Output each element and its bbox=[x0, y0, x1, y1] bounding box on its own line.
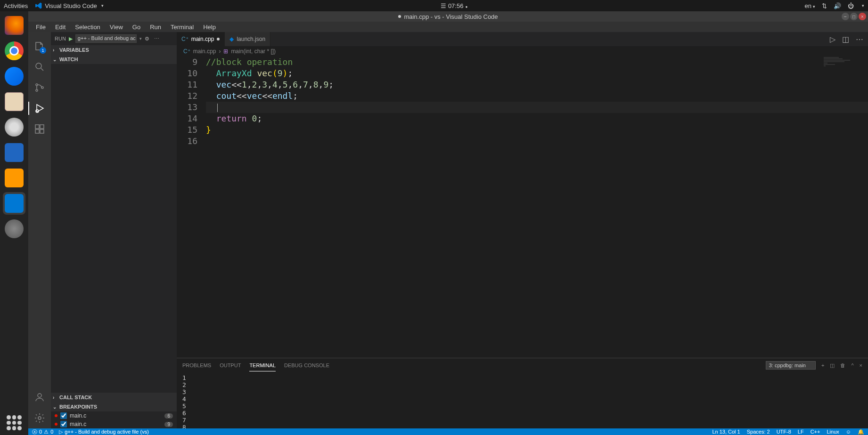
status-lang[interactable]: C++ bbox=[811, 429, 820, 435]
feedback-icon[interactable]: ☺ bbox=[846, 429, 851, 435]
run-file-icon[interactable]: ▷ bbox=[830, 35, 835, 44]
tab-launch-json[interactable]: ◆ launch.json bbox=[225, 32, 270, 46]
volume-icon[interactable]: 🔊 bbox=[834, 2, 841, 9]
text-cursor bbox=[217, 104, 218, 112]
more-actions-icon[interactable]: ⋯ bbox=[856, 35, 863, 44]
split-editor-icon[interactable]: ◫ bbox=[842, 35, 849, 44]
network-icon[interactable]: ⇅ bbox=[822, 2, 827, 9]
menu-file[interactable]: File bbox=[32, 23, 49, 32]
menu-view[interactable]: View bbox=[106, 23, 127, 32]
status-indent[interactable]: Spaces: 2 bbox=[747, 429, 770, 435]
chevron-right-icon: › bbox=[53, 48, 59, 53]
ellipsis-icon[interactable]: ⋯ bbox=[154, 36, 159, 42]
code-editor[interactable]: 9 10 11 12 13 14 15 16 //block operation… bbox=[177, 56, 868, 358]
svg-point-2 bbox=[36, 89, 38, 91]
breakpoint-checkbox[interactable] bbox=[60, 412, 67, 419]
settings-launcher[interactable] bbox=[3, 218, 25, 240]
status-os[interactable]: Linux bbox=[827, 429, 839, 435]
launcher-dock bbox=[0, 11, 28, 435]
terminal-select[interactable]: 3: cppdbg: main bbox=[766, 361, 816, 370]
breakpoint-item[interactable]: main.c 6 bbox=[51, 411, 177, 420]
breakpoint-file: main.c bbox=[70, 421, 86, 427]
breakpoint-dot-icon bbox=[55, 423, 57, 426]
variables-section[interactable]: › VARIABLES bbox=[51, 45, 177, 55]
status-debug-config[interactable]: ▷ g++ - Build and debug active file (vs) bbox=[59, 429, 149, 435]
breakpoint-checkbox[interactable] bbox=[60, 421, 67, 427]
breakpoints-section[interactable]: ⌄ BREAKPOINTS bbox=[51, 402, 177, 411]
callstack-label: CALL STACK bbox=[59, 395, 92, 400]
breakpoint-line: 9 bbox=[164, 422, 173, 427]
status-encoding[interactable]: UTF-8 bbox=[777, 429, 791, 435]
accounts-icon[interactable] bbox=[28, 387, 51, 408]
store-launcher[interactable] bbox=[3, 167, 25, 189]
watch-section[interactable]: ⌄ WATCH bbox=[51, 55, 177, 64]
chevron-right-icon: › bbox=[219, 48, 221, 55]
vscode-launcher[interactable] bbox=[3, 192, 25, 215]
breadcrumb-symbol: main(int, char * []) bbox=[231, 48, 276, 55]
writer-launcher[interactable] bbox=[3, 141, 25, 164]
show-apps-button[interactable] bbox=[3, 411, 25, 434]
source-control-icon[interactable] bbox=[28, 77, 51, 98]
clock[interactable]: ☰07:56● bbox=[104, 2, 805, 9]
callstack-section[interactable]: › CALL STACK bbox=[51, 393, 177, 402]
activities-button[interactable]: Activities bbox=[4, 2, 28, 9]
status-eol[interactable]: LF bbox=[798, 429, 804, 435]
breadcrumb[interactable]: C⁺ main.cpp › ⊞ main(int, char * []) bbox=[177, 46, 868, 56]
menu-run[interactable]: Run bbox=[146, 23, 165, 32]
explorer-icon[interactable]: 1 bbox=[28, 36, 51, 56]
tab-label: launch.json bbox=[237, 36, 265, 42]
minimize-button[interactable]: − bbox=[842, 13, 849, 20]
language-indicator[interactable]: en▾ bbox=[805, 2, 815, 9]
run-label: RUN bbox=[55, 36, 66, 41]
status-cursor-pos[interactable]: Ln 13, Col 1 bbox=[712, 429, 740, 435]
terminal-output[interactable]: 1 2 3 4 5 6 7 8 bbox=[177, 372, 868, 428]
tab-main-cpp[interactable]: C⁺ main.cpp bbox=[177, 32, 225, 46]
code-content[interactable]: //block operation ArrayXd vec(9); vec<<1… bbox=[206, 56, 868, 358]
window-title-text: main.cpp - vs - Visual Studio Code bbox=[404, 13, 498, 20]
settings-icon[interactable] bbox=[28, 408, 51, 428]
extensions-icon[interactable] bbox=[28, 119, 51, 139]
power-icon[interactable]: ⏻ bbox=[848, 2, 854, 9]
watch-label: WATCH bbox=[59, 56, 78, 62]
close-button[interactable]: × bbox=[859, 13, 866, 20]
gear-icon[interactable]: ⚙ bbox=[145, 36, 149, 42]
menu-selection[interactable]: Selection bbox=[71, 23, 104, 32]
tab-problems[interactable]: PROBLEMS bbox=[182, 360, 211, 371]
kill-terminal-icon[interactable]: 🗑 bbox=[840, 362, 845, 368]
menu-help[interactable]: Help bbox=[199, 23, 220, 32]
modified-dot-icon bbox=[217, 38, 220, 40]
close-panel-icon[interactable]: × bbox=[860, 362, 862, 368]
disks-launcher[interactable] bbox=[3, 116, 25, 138]
search-icon[interactable] bbox=[28, 56, 51, 77]
tab-terminal[interactable]: TERMINAL bbox=[249, 360, 276, 371]
status-errors[interactable]: ⓧ 0 ⚠ 0 bbox=[32, 428, 53, 435]
chrome-launcher[interactable] bbox=[3, 40, 25, 62]
run-debug-icon[interactable] bbox=[28, 98, 51, 119]
debug-side-panel: RUN ▶ g++ - Build and debug ac ▾ ⚙ ⋯ › V… bbox=[51, 32, 177, 428]
window-titlebar: main.cpp - vs - Visual Studio Code − □ × bbox=[28, 11, 868, 22]
firefox-launcher[interactable] bbox=[3, 14, 25, 37]
svg-point-0 bbox=[36, 63, 41, 69]
breakpoint-item[interactable]: main.c 9 bbox=[51, 420, 177, 428]
new-terminal-icon[interactable]: + bbox=[821, 362, 824, 368]
maximize-button[interactable]: □ bbox=[850, 13, 858, 20]
menu-go[interactable]: Go bbox=[129, 23, 144, 32]
menu-edit[interactable]: Edit bbox=[51, 23, 69, 32]
gnome-top-bar: Activities Visual Studio Code ▾ ☰07:56● … bbox=[0, 0, 868, 11]
svg-point-1 bbox=[36, 84, 38, 86]
maximize-panel-icon[interactable]: ^ bbox=[851, 362, 853, 368]
menu-terminal[interactable]: Terminal bbox=[167, 23, 197, 32]
minimap[interactable] bbox=[824, 56, 861, 85]
debug-config-select[interactable]: g++ - Build and debug ac bbox=[75, 34, 137, 43]
files-launcher[interactable] bbox=[3, 90, 25, 113]
tab-label: main.cpp bbox=[191, 36, 214, 42]
current-app-indicator[interactable]: Visual Studio Code ▾ bbox=[35, 2, 103, 9]
editor-area: C⁺ main.cpp ◆ launch.json ▷ ◫ ⋯ C⁺ main.… bbox=[177, 32, 868, 428]
vscode-icon bbox=[35, 2, 42, 9]
notifications-icon[interactable]: 🔔 bbox=[858, 429, 864, 435]
start-debug-icon[interactable]: ▶ bbox=[69, 36, 73, 42]
tab-debug-console[interactable]: DEBUG CONSOLE bbox=[284, 360, 329, 371]
thunderbird-launcher[interactable] bbox=[3, 65, 25, 88]
split-terminal-icon[interactable]: ◫ bbox=[830, 362, 835, 369]
tab-output[interactable]: OUTPUT bbox=[220, 360, 241, 371]
